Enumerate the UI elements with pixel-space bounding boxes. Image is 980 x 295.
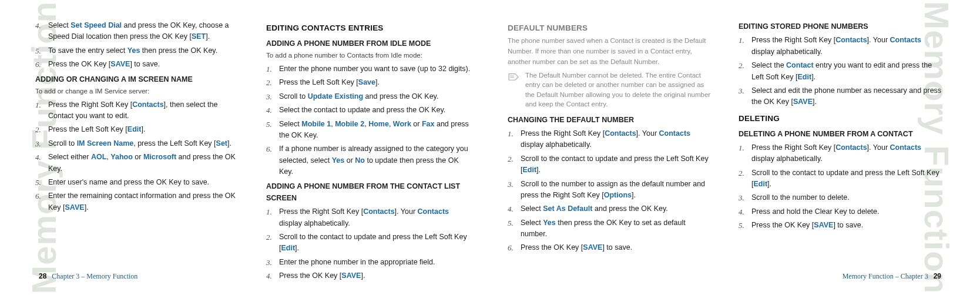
highlight-term: IM Screen Name: [77, 139, 134, 148]
step-item: To save the entry select Yes then press …: [35, 45, 241, 56]
highlight-term: Edit: [753, 180, 767, 188]
note-text: The Default Number cannot be deleted. Th…: [525, 71, 714, 108]
highlight-term: Save: [358, 78, 375, 86]
highlight-term: Edit: [798, 73, 812, 81]
step-item: Scroll to the number to delete.: [739, 192, 945, 203]
highlight-term: Set Speed Dial: [71, 21, 122, 29]
footer-right: Memory Function – Chapter 3 29: [843, 272, 945, 281]
highlight-term: Yes: [332, 156, 345, 165]
footer-left: 28 Chapter 3 – Memory Function: [35, 272, 137, 281]
highlight-term: Edit: [281, 244, 295, 252]
highlight-term: SET: [192, 32, 206, 41]
highlight-term: Yes: [543, 219, 556, 227]
highlight-term: SAVE: [814, 221, 833, 229]
step-item: Press the Right Soft Key [Contacts]. You…: [508, 128, 714, 151]
highlight-term: Contacts: [418, 207, 449, 216]
step-item: Press the Right Soft Key [Contacts]. You…: [739, 35, 945, 58]
highlight-term: AOL: [91, 153, 106, 161]
step-item: Select Set Speed Dial and press the OK K…: [35, 20, 241, 43]
step-item: Enter the phone number you want to save …: [266, 63, 472, 75]
step-item: Press the OK Key [SAVE] to save.: [35, 59, 241, 70]
right-col-1: DEFAULT NUMBERS The phone number saved w…: [508, 18, 714, 264]
highlight-term: Yahoo: [110, 153, 133, 161]
highlight-term: Set: [216, 139, 227, 148]
list-im-screen: Press the Right Soft Key [Contacts], the…: [35, 99, 241, 213]
highlight-term: SAVE: [341, 271, 361, 280]
step-item: Enter user's name and press the OK Key t…: [35, 177, 241, 188]
step-item: Scroll to the contact to update and pres…: [508, 153, 714, 176]
step-item: Press the Right Soft Key [Contacts], the…: [35, 99, 241, 122]
step-item: Select Set As Default and press the OK K…: [508, 203, 714, 214]
highlight-term: Contacts: [132, 100, 163, 109]
step-item: Scroll to the number to assign as the de…: [508, 179, 714, 202]
step-item: Press the OK Key [SAVE].: [266, 270, 472, 281]
page-left: Select Set Speed Dial and press the OK K…: [0, 0, 490, 295]
intro-default-numbers: The phone number saved when a Contact is…: [508, 36, 714, 67]
step-item: Select the contact to update and press t…: [266, 105, 472, 116]
intro-add-idle: To add a phone number to Contacts from I…: [266, 51, 472, 61]
heading-change-default: CHANGING THE DEFAULT NUMBER: [508, 115, 714, 126]
intro-im-screen: To add or change a IM Service server:: [35, 86, 241, 97]
highlight-term: Contacts: [835, 143, 867, 152]
step-item: Press the OK Key [SAVE] to save.: [739, 220, 945, 231]
step-item: Scroll to IM Screen Name, press the Left…: [35, 138, 241, 149]
step-item: Press the Right Soft Key [Contacts]. You…: [266, 206, 472, 229]
list-add-contactlist: Press the Right Soft Key [Contacts]. You…: [266, 206, 472, 281]
highlight-term: Work: [393, 120, 411, 128]
heading-deleting: DELETING: [739, 113, 945, 125]
page-number-left: 28: [39, 272, 46, 280]
highlight-term: Contacts: [890, 36, 921, 44]
highlight-term: Yes: [127, 46, 140, 55]
step-item: Scroll to the contact to update and pres…: [266, 232, 472, 254]
list-edit-stored: Press the Right Soft Key [Contacts]. You…: [739, 35, 945, 108]
highlight-term: Home: [368, 120, 389, 128]
heading-add-idle: ADDING A PHONE NUMBER FROM IDLE MODE: [266, 38, 472, 49]
highlight-term: Update Existing: [308, 92, 363, 100]
highlight-term: No: [355, 156, 365, 165]
step-item: Select Mobile 1, Mobile 2, Home, Work or…: [266, 119, 472, 142]
page-right: DEFAULT NUMBERS The phone number saved w…: [490, 0, 980, 295]
left-col-2: EDITING CONTACTS ENTRIES ADDING A PHONE …: [266, 18, 472, 264]
highlight-term: Mobile 1: [301, 120, 331, 128]
heading-im-screen: ADDING OR CHANGING A IM SCREEN NAME: [35, 74, 241, 85]
highlight-term: SAVE: [110, 60, 130, 68]
highlight-term: Microsoft: [143, 153, 176, 161]
step-item: Select and edit the phone number as nece…: [739, 85, 945, 108]
step-item: Select either AOL, Yahoo or Microsoft an…: [35, 152, 241, 175]
step-item: Enter the remaining contact information …: [35, 190, 241, 213]
highlight-term: Mobile 2: [335, 120, 364, 128]
footer-left-label: Chapter 3 – Memory Function: [52, 272, 137, 280]
step-item: Select the Contact entry you want to edi…: [739, 60, 945, 83]
highlight-term: Contacts: [605, 129, 636, 138]
step-item: If a phone number is already assigned to…: [266, 143, 472, 177]
highlight-term: Contact: [786, 61, 814, 69]
highlight-term: Edit: [127, 125, 142, 133]
highlight-term: SAVE: [583, 243, 602, 252]
step-item: Press the Left Soft Key [Save].: [266, 77, 472, 88]
heading-edit-stored: EDITING STORED PHONE NUMBERS: [739, 21, 945, 32]
highlight-term: Edit: [522, 166, 536, 174]
step-item: Enter the phone number in the appropriat…: [266, 257, 472, 268]
list-change-default: Press the Right Soft Key [Contacts]. You…: [508, 128, 714, 254]
highlight-term: Contacts: [363, 207, 394, 216]
highlight-term: Options: [604, 191, 632, 199]
note-icon: [508, 72, 521, 81]
step-item: Press and hold the Clear Key to delete.: [739, 206, 945, 217]
step-item: Press the Right Soft Key [Contacts]. You…: [739, 142, 945, 165]
highlight-term: SAVE: [793, 98, 813, 106]
highlight-term: Contacts: [890, 143, 921, 152]
highlight-term: Set As Default: [543, 205, 592, 213]
list-add-idle: Enter the phone number you want to save …: [266, 63, 472, 177]
heading-delete-phone: DELETING A PHONE NUMBER FROM A CONTACT: [739, 129, 945, 140]
step-item: Scroll to Update Existing and press the …: [266, 91, 472, 102]
page-number-right: 29: [934, 272, 941, 280]
highlight-term: SAVE: [65, 203, 85, 212]
highlight-term: Contacts: [659, 129, 690, 138]
heading-editing-contacts: EDITING CONTACTS ENTRIES: [266, 22, 472, 35]
right-col-2: EDITING STORED PHONE NUMBERS Press the R…: [739, 18, 945, 264]
highlight-term: Contacts: [835, 36, 867, 44]
step-item: Press the OK Key [SAVE] to save.: [508, 242, 714, 253]
highlight-term: Fax: [422, 120, 435, 128]
footer-right-label: Memory Function – Chapter 3: [843, 272, 928, 280]
left-col-1: Select Set Speed Dial and press the OK K…: [35, 18, 241, 264]
